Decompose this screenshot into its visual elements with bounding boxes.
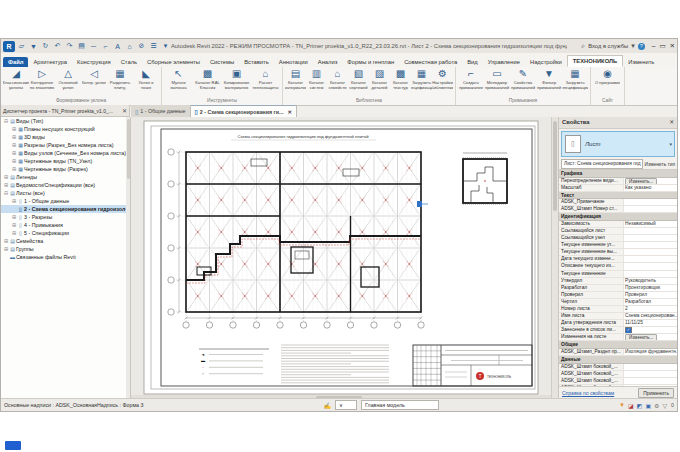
minimize-button[interactable]: – <box>652 42 656 50</box>
property-value[interactable] <box>624 249 677 255</box>
property-value[interactable] <box>624 371 677 377</box>
ribbon-tab[interactable]: Сталь <box>116 57 142 67</box>
property-value[interactable] <box>624 364 677 370</box>
property-value[interactable]: ✓ <box>624 327 677 333</box>
close-button[interactable]: ✕ <box>670 42 675 50</box>
property-value[interactable]: Руководитель <box>624 278 677 284</box>
properties-header[interactable]: Свойства ✕ <box>559 117 677 129</box>
property-value[interactable]: Изоляция фундаментн... <box>624 349 677 355</box>
ribbon-tab[interactable]: Надстройки <box>525 57 567 67</box>
signin-label[interactable]: Вход в службы <box>588 43 628 49</box>
restore-button[interactable]: ▭ <box>659 42 665 50</box>
property-group-header[interactable]: Графика <box>559 170 677 178</box>
property-edit-button[interactable]: Изменить... <box>625 178 657 184</box>
property-value[interactable] <box>624 263 677 269</box>
tree-item[interactable]: ⊞▤Легенды <box>1 173 130 181</box>
ribbon-button[interactable]: ▥Каталог систем <box>306 68 327 97</box>
property-value[interactable] <box>624 228 677 234</box>
ribbon-tab[interactable]: Вид <box>462 57 483 67</box>
ribbon-tab[interactable]: Сборные элементы <box>142 57 205 67</box>
tree-item[interactable]: ▬Связанные файлы Revit <box>1 253 130 261</box>
ribbon-button[interactable]: ⚙Настройки библиотеки <box>432 68 453 97</box>
tree-item[interactable]: ⊞▦Разрезы (Разрез_Без номера листа) <box>1 141 130 149</box>
property-value[interactable] <box>624 235 677 241</box>
ribbon-button[interactable]: ▨Каталог деталей <box>369 68 390 97</box>
signin-caret-icon[interactable]: ▾ <box>631 42 635 50</box>
ribbon-tab[interactable]: Анализ <box>313 57 343 67</box>
property-edit-button[interactable]: Изменить... <box>625 334 657 340</box>
status-display-icon[interactable]: ▣ <box>645 402 651 409</box>
ribbon-button[interactable]: ▤Каталог материалов <box>285 68 306 97</box>
ribbon-button[interactable]: ▦Загрузить спецификации <box>562 68 588 97</box>
ribbon-tab[interactable]: Архитектура <box>28 57 72 67</box>
tree-item[interactable]: ⊞▯5 - Спецификации <box>1 229 130 237</box>
ribbon-tab[interactable]: Файл <box>3 57 28 67</box>
ribbon-button[interactable]: ↖Мульти выноска <box>164 68 193 97</box>
tree-item[interactable]: ▯2 - Схема секционирования гидроизол <box>1 205 130 213</box>
tree-item[interactable]: ⊞▦Планы несущих конструкций <box>1 125 130 133</box>
tree-item[interactable]: ⊞▦Чертежные виды (Разрез) <box>1 165 130 173</box>
ribbon-button[interactable]: ▧Каталог чертежей <box>348 68 369 97</box>
ribbon-button[interactable]: ⌂Каталог семейств <box>327 68 348 97</box>
tree-item[interactable]: ⊞▤Группы <box>1 245 130 253</box>
thin-lines-icon[interactable]: ☰ <box>148 41 159 52</box>
property-value[interactable]: Изменить... <box>624 178 677 184</box>
tree-item[interactable]: ⊞▦Виды узлов (Сечение_Без номера листа) <box>1 149 130 157</box>
property-value[interactable]: Схема секционирован... <box>624 313 677 319</box>
search-icon[interactable]: ⌕ <box>581 42 585 50</box>
3d-view-icon[interactable]: ⌂ <box>124 41 135 52</box>
property-value[interactable]: Изменить... <box>624 334 677 340</box>
status-filter-icon[interactable]: ▼ <box>619 402 625 408</box>
property-checkbox[interactable]: ✓ <box>625 327 632 333</box>
undo-icon[interactable]: ↶ <box>52 41 63 52</box>
qat-customize-caret[interactable]: ▾ <box>160 41 171 52</box>
browser-scrollbar[interactable] <box>126 117 130 399</box>
save-icon[interactable]: ▼ <box>28 41 39 52</box>
revit-logo[interactable]: R <box>3 41 15 52</box>
ribbon-button[interactable]: ▦Разделить плиту, кровлю <box>107 68 133 97</box>
ribbon-button[interactable]: ⌐Создать примыкание <box>458 68 484 97</box>
ribbon-tab[interactable]: Совместная работа <box>399 57 462 67</box>
measure-icon[interactable]: ─ <box>88 41 99 52</box>
ribbon-button[interactable]: ⌂Расчет теплозащиты <box>251 68 280 97</box>
property-group-header[interactable]: Данные <box>559 356 677 364</box>
tree-item[interactable]: ⊞▦Чертежные виды (TN_Узел) <box>1 157 130 165</box>
ribbon-button[interactable]: ◣Уклон в точке <box>133 68 159 97</box>
ribbon-tab[interactable]: Изменить <box>623 57 659 67</box>
dimension-icon[interactable]: ⌐ <box>100 41 111 52</box>
taskbar-fragment[interactable] <box>5 441 21 450</box>
apply-button[interactable]: Применить <box>638 388 674 398</box>
status-link-icon[interactable]: ◪ <box>628 402 634 409</box>
property-value[interactable]: 2 <box>624 306 677 312</box>
property-value[interactable]: Независимый <box>624 221 677 227</box>
tree-item[interactable]: ⊞▦3D виды <box>1 133 130 141</box>
properties-close-icon[interactable]: ✕ <box>669 117 674 128</box>
property-value[interactable] <box>624 206 677 212</box>
ribbon-button[interactable]: △Основной уклон <box>55 68 81 97</box>
property-value[interactable] <box>624 378 677 384</box>
design-option-combo[interactable]: Главная модель <box>361 400 439 410</box>
property-value[interactable]: 11/11/25 <box>624 320 677 326</box>
ribbon-button[interactable]: ▷Контруклон по значению <box>29 68 55 97</box>
sync-icon[interactable]: ↻ <box>40 41 51 52</box>
help-icon[interactable]: ? <box>638 43 645 50</box>
ribbon-tab[interactable]: Аннотации <box>274 57 313 67</box>
ribbon-tab[interactable]: ТЕХНОНИКОЛЬ <box>567 55 623 67</box>
status-settings-icon[interactable]: ⚙ <box>654 402 659 409</box>
status-worksharing-icon[interactable]: ◩ <box>637 402 643 409</box>
type-dropdown[interactable]: Лист: Схема секционирования гид ∨ <box>561 159 643 169</box>
tree-item[interactable]: ⊞▯3 - Разрезы <box>1 213 130 221</box>
ribbon-tab[interactable]: Вставить <box>239 57 274 67</box>
project-browser-header[interactable]: Диспетчер проекта - TN_Primer proekta_v1… <box>1 105 130 117</box>
section-icon[interactable]: ⊘ <box>136 41 147 52</box>
ribbon-button[interactable]: ✎Свойства примыканий <box>510 68 536 97</box>
view-tab[interactable]: ▯1 - Общие данные <box>131 105 191 117</box>
edit-type-button[interactable]: Изменить тип <box>645 162 675 167</box>
view-tab-close-icon[interactable]: ✕ <box>288 109 292 115</box>
tree-item[interactable]: ⊟▤Виды (Тип) <box>1 117 130 125</box>
text-icon[interactable]: A <box>112 41 123 52</box>
property-value[interactable]: Проверил <box>624 292 677 298</box>
property-value[interactable]: Проектировщик <box>624 285 677 291</box>
ribbon-button[interactable]: ◁Контр. уклон <box>81 68 107 97</box>
property-group-header[interactable]: Общие <box>559 341 677 349</box>
